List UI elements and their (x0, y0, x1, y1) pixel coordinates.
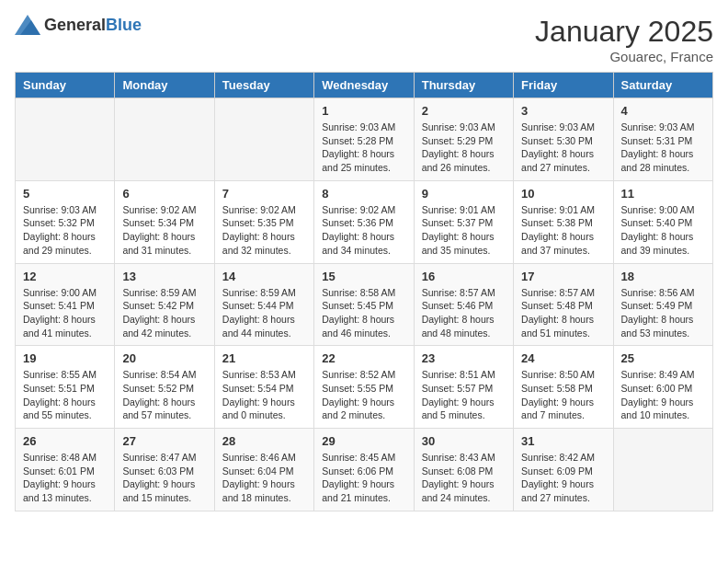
day-number: 18 (621, 270, 705, 283)
calendar-cell: 30Sunrise: 8:43 AMSunset: 6:08 PMDayligh… (414, 429, 513, 511)
day-number: 14 (222, 270, 306, 283)
day-info: Sunrise: 9:03 AMSunset: 5:31 PMDaylight:… (621, 121, 705, 175)
day-info: Sunrise: 8:57 AMSunset: 5:48 PMDaylight:… (521, 286, 605, 340)
calendar-cell: 4Sunrise: 9:03 AMSunset: 5:31 PMDaylight… (613, 98, 712, 181)
day-info: Sunrise: 8:46 AMSunset: 6:04 PMDaylight:… (222, 451, 306, 505)
day-info: Sunrise: 8:42 AMSunset: 6:09 PMDaylight:… (521, 451, 605, 505)
day-info: Sunrise: 9:02 AMSunset: 5:34 PMDaylight:… (122, 203, 206, 258)
day-number: 7 (222, 187, 306, 201)
day-number: 2 (422, 104, 506, 118)
calendar-cell: 18Sunrise: 8:56 AMSunset: 5:49 PMDayligh… (613, 263, 712, 346)
week-row-2: 5Sunrise: 9:03 AMSunset: 5:32 PMDaylight… (16, 180, 713, 263)
day-number: 13 (122, 270, 206, 283)
calendar-cell: 20Sunrise: 8:54 AMSunset: 5:52 PMDayligh… (115, 346, 214, 429)
day-number: 25 (621, 351, 705, 365)
calendar-body: 1Sunrise: 9:03 AMSunset: 5:28 PMDaylight… (16, 98, 713, 511)
calendar-cell: 21Sunrise: 8:53 AMSunset: 5:54 PMDayligh… (214, 346, 313, 429)
day-info: Sunrise: 8:49 AMSunset: 6:00 PMDaylight:… (621, 368, 705, 422)
calendar-cell: 17Sunrise: 8:57 AMSunset: 5:48 PMDayligh… (514, 263, 613, 346)
day-info: Sunrise: 8:55 AMSunset: 5:51 PMDaylight:… (23, 368, 107, 422)
day-number: 26 (23, 434, 107, 448)
calendar-cell (115, 98, 214, 181)
day-number: 20 (122, 351, 206, 365)
day-number: 10 (521, 187, 605, 201)
day-info: Sunrise: 9:01 AMSunset: 5:37 PMDaylight:… (422, 203, 506, 258)
day-info: Sunrise: 8:47 AMSunset: 6:03 PMDaylight:… (122, 451, 206, 505)
calendar-cell: 19Sunrise: 8:55 AMSunset: 5:51 PMDayligh… (16, 346, 115, 429)
week-row-1: 1Sunrise: 9:03 AMSunset: 5:28 PMDaylight… (16, 98, 713, 181)
calendar-cell: 29Sunrise: 8:45 AMSunset: 6:06 PMDayligh… (314, 429, 414, 511)
week-row-5: 26Sunrise: 8:48 AMSunset: 6:01 PMDayligh… (16, 429, 713, 511)
header-day-sunday: Sunday (16, 73, 115, 98)
day-number: 30 (422, 434, 506, 448)
calendar-cell: 15Sunrise: 8:58 AMSunset: 5:45 PMDayligh… (314, 263, 414, 346)
calendar-cell: 7Sunrise: 9:02 AMSunset: 5:35 PMDaylight… (214, 180, 313, 263)
week-row-3: 12Sunrise: 9:00 AMSunset: 5:41 PMDayligh… (16, 263, 713, 346)
calendar-cell: 9Sunrise: 9:01 AMSunset: 5:37 PMDaylight… (414, 180, 513, 263)
calendar-cell: 10Sunrise: 9:01 AMSunset: 5:38 PMDayligh… (514, 180, 613, 263)
day-number: 22 (322, 351, 405, 365)
day-info: Sunrise: 8:58 AMSunset: 5:45 PMDaylight:… (322, 286, 405, 340)
day-info: Sunrise: 9:02 AMSunset: 5:35 PMDaylight:… (222, 203, 306, 258)
header-day-thursday: Thursday (414, 73, 513, 98)
day-info: Sunrise: 9:00 AMSunset: 5:40 PMDaylight:… (621, 203, 705, 258)
day-info: Sunrise: 9:02 AMSunset: 5:36 PMDaylight:… (322, 203, 405, 258)
calendar-cell: 6Sunrise: 9:02 AMSunset: 5:34 PMDaylight… (115, 180, 214, 263)
calendar-cell (613, 429, 712, 511)
day-number: 15 (322, 270, 405, 283)
calendar-header: SundayMondayTuesdayWednesdayThursdayFrid… (16, 73, 713, 98)
logo-general: General (44, 16, 106, 34)
day-info: Sunrise: 8:48 AMSunset: 6:01 PMDaylight:… (23, 451, 107, 505)
calendar-cell: 25Sunrise: 8:49 AMSunset: 6:00 PMDayligh… (613, 346, 712, 429)
day-info: Sunrise: 8:59 AMSunset: 5:42 PMDaylight:… (122, 286, 206, 340)
logo: GeneralBlue (15, 15, 142, 35)
calendar-cell: 5Sunrise: 9:03 AMSunset: 5:32 PMDaylight… (16, 180, 115, 263)
week-row-4: 19Sunrise: 8:55 AMSunset: 5:51 PMDayligh… (16, 346, 713, 429)
day-number: 6 (122, 187, 206, 201)
logo-icon (15, 15, 40, 35)
calendar-cell: 22Sunrise: 8:52 AMSunset: 5:55 PMDayligh… (314, 346, 414, 429)
header-day-wednesday: Wednesday (314, 73, 414, 98)
day-info: Sunrise: 8:43 AMSunset: 6:08 PMDaylight:… (422, 451, 506, 505)
day-number: 1 (322, 104, 405, 118)
month-title: January 2025 (535, 15, 713, 49)
day-info: Sunrise: 9:03 AMSunset: 5:32 PMDaylight:… (23, 203, 107, 258)
day-info: Sunrise: 8:53 AMSunset: 5:54 PMDaylight:… (222, 368, 306, 422)
header-row: SundayMondayTuesdayWednesdayThursdayFrid… (16, 73, 713, 98)
calendar-cell (16, 98, 115, 181)
day-number: 11 (621, 187, 705, 201)
calendar-cell: 13Sunrise: 8:59 AMSunset: 5:42 PMDayligh… (115, 263, 214, 346)
day-info: Sunrise: 9:03 AMSunset: 5:29 PMDaylight:… (422, 121, 506, 175)
calendar-cell: 3Sunrise: 9:03 AMSunset: 5:30 PMDaylight… (514, 98, 613, 181)
day-number: 3 (521, 104, 605, 118)
day-info: Sunrise: 9:00 AMSunset: 5:41 PMDaylight:… (23, 286, 107, 340)
logo-blue: Blue (106, 16, 142, 34)
header-day-saturday: Saturday (613, 73, 712, 98)
day-info: Sunrise: 9:03 AMSunset: 5:30 PMDaylight:… (521, 121, 605, 175)
day-number: 27 (122, 434, 206, 448)
calendar-cell: 16Sunrise: 8:57 AMSunset: 5:46 PMDayligh… (414, 263, 513, 346)
calendar-cell: 31Sunrise: 8:42 AMSunset: 6:09 PMDayligh… (514, 429, 613, 511)
day-number: 12 (23, 270, 107, 283)
day-number: 24 (521, 351, 605, 365)
location: Gouarec, France (535, 49, 713, 64)
day-number: 4 (621, 104, 705, 118)
calendar-cell: 24Sunrise: 8:50 AMSunset: 5:58 PMDayligh… (514, 346, 613, 429)
day-number: 23 (422, 351, 506, 365)
header-day-tuesday: Tuesday (214, 73, 313, 98)
calendar-cell: 2Sunrise: 9:03 AMSunset: 5:29 PMDaylight… (414, 98, 513, 181)
day-number: 17 (521, 270, 605, 283)
page-header: GeneralBlue January 2025 Gouarec, France (15, 15, 713, 64)
calendar-cell: 23Sunrise: 8:51 AMSunset: 5:57 PMDayligh… (414, 346, 513, 429)
day-info: Sunrise: 8:51 AMSunset: 5:57 PMDaylight:… (422, 368, 506, 422)
day-info: Sunrise: 8:50 AMSunset: 5:58 PMDaylight:… (521, 368, 605, 422)
header-day-friday: Friday (514, 73, 613, 98)
day-info: Sunrise: 9:01 AMSunset: 5:38 PMDaylight:… (521, 203, 605, 258)
calendar-cell: 14Sunrise: 8:59 AMSunset: 5:44 PMDayligh… (214, 263, 313, 346)
calendar-cell: 8Sunrise: 9:02 AMSunset: 5:36 PMDaylight… (314, 180, 414, 263)
calendar-cell: 27Sunrise: 8:47 AMSunset: 6:03 PMDayligh… (115, 429, 214, 511)
day-info: Sunrise: 8:45 AMSunset: 6:06 PMDaylight:… (322, 451, 405, 505)
day-number: 9 (422, 187, 506, 201)
day-number: 5 (23, 187, 107, 201)
day-number: 21 (222, 351, 306, 365)
